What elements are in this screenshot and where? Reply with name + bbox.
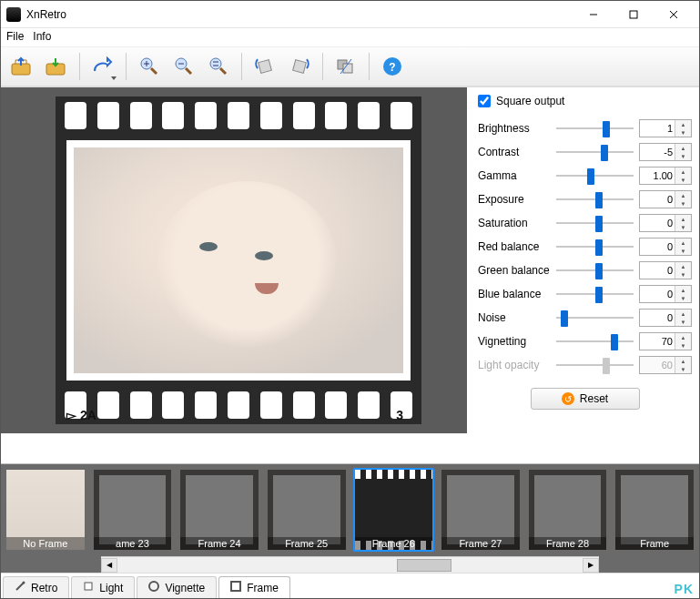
value-input[interactable]	[640, 262, 675, 279]
value-input[interactable]	[640, 144, 675, 160]
slider[interactable]	[556, 190, 634, 208]
zoom-in-button[interactable]	[134, 51, 165, 82]
value-spinner[interactable]: ▲▼	[639, 332, 692, 350]
square-output-label: Square output	[496, 95, 564, 107]
frame-icon	[230, 581, 241, 594]
spin-up[interactable]: ▲	[675, 168, 691, 176]
scroll-left-button[interactable]: ◀	[101, 558, 117, 573]
frame-thumb-no frame[interactable]: No Frame	[5, 468, 86, 552]
square-output-row: Square output	[478, 95, 692, 107]
spin-up[interactable]: ▲	[675, 215, 691, 223]
spin-up[interactable]: ▲	[675, 191, 691, 199]
value-spinner[interactable]: ▲▼	[639, 190, 692, 208]
rotate-left-button[interactable]	[249, 51, 280, 82]
close-button[interactable]	[654, 2, 694, 27]
value-spinner[interactable]: ▲▼	[639, 285, 692, 303]
value-input[interactable]	[640, 286, 675, 302]
frame-thumb-frame 28[interactable]: Frame 28	[527, 468, 609, 552]
toolbar-separator	[241, 53, 242, 80]
value-input	[640, 357, 675, 373]
share-button[interactable]	[87, 51, 118, 82]
spin-down[interactable]: ▼	[675, 199, 691, 208]
frame-thumb-frame 24[interactable]: Frame 24	[178, 468, 260, 552]
spin-down[interactable]: ▼	[675, 152, 691, 160]
compare-button[interactable]	[330, 51, 361, 82]
frame-thumb-frame 27[interactable]: Frame 27	[440, 468, 522, 552]
slider[interactable]	[556, 167, 634, 185]
control-row-contrast: Contrast ▲▼	[478, 140, 692, 164]
zoom-in-icon	[138, 56, 160, 77]
spin-down[interactable]: ▼	[675, 318, 691, 326]
slider[interactable]	[556, 285, 634, 303]
save-button[interactable]	[41, 51, 72, 82]
zoom-reset-button[interactable]	[203, 51, 234, 82]
spin-up[interactable]: ▲	[675, 262, 691, 270]
frame-thumb-frame[interactable]: Frame	[614, 468, 695, 552]
spin-down[interactable]: ▼	[675, 247, 691, 255]
spin-up[interactable]: ▲	[675, 286, 691, 294]
zoom-out-button[interactable]	[168, 51, 199, 82]
open-button[interactable]	[6, 51, 37, 82]
tab-retro[interactable]: Retro	[3, 576, 69, 598]
spin-up[interactable]: ▲	[675, 239, 691, 247]
scroll-track[interactable]	[117, 558, 583, 573]
maximize-button[interactable]	[614, 2, 654, 27]
spin-up[interactable]: ▲	[675, 333, 691, 341]
spin-down[interactable]: ▼	[675, 176, 691, 184]
open-icon	[10, 56, 34, 76]
frames-scrollbar[interactable]: ◀ ▶	[101, 556, 599, 573]
help-button[interactable]: ?	[377, 51, 408, 82]
square-output-checkbox[interactable]	[478, 95, 491, 107]
scroll-thumb[interactable]	[397, 559, 451, 572]
spin-down[interactable]: ▼	[675, 223, 691, 231]
control-row-brightness: Brightness ▲▼	[478, 117, 692, 140]
svg-rect-17	[259, 60, 272, 74]
slider[interactable]	[556, 214, 634, 232]
value-spinner[interactable]: ▲▼	[639, 309, 692, 327]
tab-light[interactable]: Light	[71, 576, 135, 598]
value-input[interactable]	[640, 333, 675, 350]
reset-button[interactable]: ↺ Reset	[531, 388, 640, 410]
rotate-right-button[interactable]	[284, 51, 315, 82]
spin-up[interactable]: ▲	[675, 144, 691, 152]
value-spinner[interactable]: ▲▼	[639, 214, 692, 232]
tab-label: Light	[99, 582, 123, 594]
vignette-icon	[148, 581, 159, 594]
value-spinner[interactable]: ▲▼	[639, 167, 692, 185]
menu-info[interactable]: Info	[33, 30, 51, 45]
value-spinner[interactable]: ▲▼	[639, 119, 692, 137]
tab-frame[interactable]: Frame	[218, 576, 290, 598]
menu-file[interactable]: File	[6, 30, 24, 45]
slider[interactable]	[556, 143, 634, 161]
share-icon	[91, 56, 115, 76]
value-spinner[interactable]: ▲▼	[639, 143, 692, 161]
control-label: Green balance	[478, 264, 551, 277]
value-input[interactable]	[640, 120, 675, 137]
tab-vignette[interactable]: Vignette	[137, 576, 217, 598]
frame-thumb-frame 25[interactable]: Frame 25	[266, 468, 348, 552]
frame-thumb-ame 23[interactable]: ame 23	[92, 468, 174, 552]
slider[interactable]	[556, 332, 634, 350]
value-input[interactable]	[640, 191, 675, 208]
value-input[interactable]	[640, 215, 675, 231]
spin-down[interactable]: ▼	[675, 341, 691, 350]
spin-up[interactable]: ▲	[675, 120, 691, 128]
scroll-right-button[interactable]: ▶	[583, 558, 599, 573]
value-spinner[interactable]: ▲▼	[639, 261, 692, 279]
value-input[interactable]	[640, 310, 675, 326]
spin-up[interactable]: ▲	[675, 310, 691, 318]
slider[interactable]	[556, 261, 634, 279]
spin-down[interactable]: ▼	[675, 294, 691, 302]
spin-down[interactable]: ▼	[675, 270, 691, 279]
frame-label: Frame 27	[441, 537, 520, 550]
spin-down[interactable]: ▼	[675, 128, 691, 137]
slider[interactable]	[556, 119, 634, 137]
value-input[interactable]	[640, 239, 675, 255]
control-row-saturation: Saturation ▲▼	[478, 211, 692, 235]
slider[interactable]	[556, 238, 634, 256]
minimize-button[interactable]	[573, 2, 614, 27]
slider[interactable]	[556, 309, 634, 327]
value-spinner[interactable]: ▲▼	[639, 238, 692, 256]
frame-thumb-frame 26[interactable]: Frame 26	[353, 468, 435, 552]
value-input[interactable]	[640, 168, 675, 184]
